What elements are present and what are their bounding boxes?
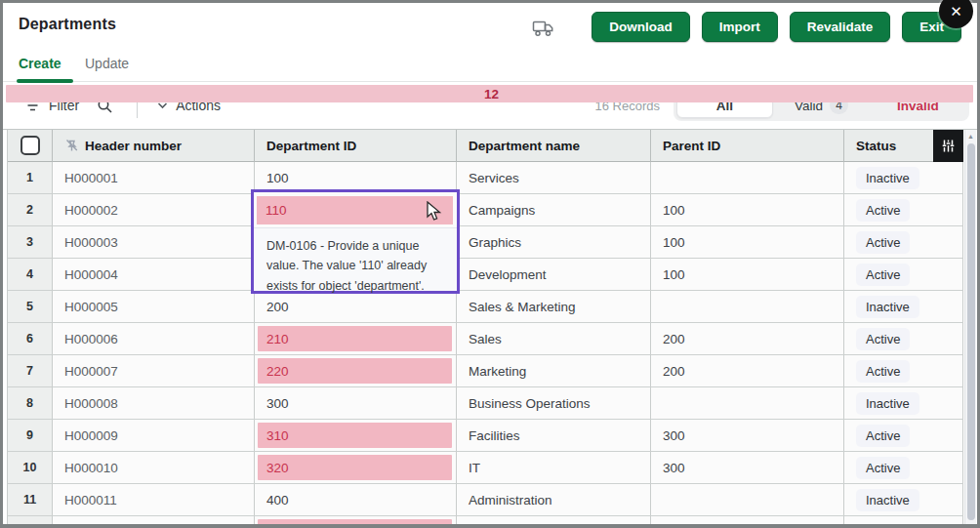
status-badge[interactable]: Inactive [856, 296, 919, 318]
cell-status[interactable]: Inactive [844, 387, 963, 420]
import-button[interactable]: Import [702, 12, 778, 42]
cell-parent-id[interactable]: 200 [651, 355, 844, 387]
cell-parent-id[interactable] [651, 484, 844, 516]
tab-update[interactable]: Update [85, 56, 129, 71]
column-header-header-number[interactable]: Header number [53, 130, 255, 162]
download-button[interactable]: Download [592, 12, 690, 42]
select-all-checkbox[interactable] [20, 136, 40, 155]
column-settings-button[interactable] [933, 130, 963, 162]
cell-header-number[interactable]: H000001 [53, 162, 255, 194]
cell-parent-id[interactable] [651, 162, 844, 194]
cell-header-number[interactable]: H000011 [53, 484, 255, 516]
cell-header-number[interactable] [53, 516, 255, 524]
cell-parent-id[interactable] [651, 291, 844, 323]
sliders-icon [941, 139, 956, 153]
cell-department-id[interactable]: 310 [255, 420, 457, 452]
row-number[interactable]: 5 [8, 291, 53, 323]
cell-department-id[interactable]: 200 [255, 291, 457, 323]
cell-department-name[interactable]: Development [457, 259, 651, 291]
cell-department-name[interactable]: Administration [457, 484, 651, 516]
status-badge[interactable]: Active [856, 360, 910, 383]
status-badge[interactable]: Active [856, 457, 910, 479]
column-header-department-name[interactable]: Department name [457, 130, 651, 162]
vertical-scrollbar[interactable]: ▲ [964, 130, 976, 524]
cell-parent-id[interactable]: 200 [651, 323, 844, 355]
status-badge[interactable]: Active [856, 425, 910, 447]
cell-department-id[interactable]: 210 [255, 323, 457, 355]
cell-department-name[interactable]: Facilities [457, 420, 651, 452]
cell-department-name[interactable]: IT [457, 452, 651, 484]
cell-department-id[interactable] [255, 516, 457, 524]
cell-parent-id[interactable]: 100 [651, 194, 844, 226]
cell-status[interactable]: Inactive [844, 162, 963, 194]
cell-status[interactable]: Active [844, 323, 963, 355]
cell-status[interactable]: Active [844, 420, 963, 452]
revalidate-button[interactable]: Revalidate [790, 12, 891, 42]
row-number[interactable]: 1 [8, 162, 53, 194]
status-badge[interactable]: Inactive [856, 392, 919, 415]
cell-parent-id[interactable]: 100 [651, 226, 844, 259]
row-number[interactable]: 8 [8, 387, 53, 420]
cell-parent-id[interactable]: 300 [651, 452, 844, 484]
status-badge[interactable]: Active [856, 231, 910, 254]
scrollbar-up-arrow[interactable]: ▲ [965, 133, 976, 140]
row-number[interactable]: 3 [8, 226, 53, 259]
status-badge[interactable]: Active [856, 199, 910, 222]
cell-department-id[interactable]: 320 [255, 452, 457, 484]
cell-parent-id[interactable] [651, 387, 844, 420]
cell-status[interactable] [844, 516, 963, 524]
cell-department-name[interactable]: Sales [457, 323, 651, 355]
cell-department-id[interactable]: 400 [255, 484, 457, 516]
cell-status[interactable]: Active [844, 194, 963, 226]
cell-department-name[interactable] [457, 516, 651, 524]
select-all-cell [8, 130, 53, 162]
cell-department-name[interactable]: Sales & Marketing [457, 291, 651, 323]
row-number[interactable]: 10 [8, 452, 53, 484]
truck-icon[interactable] [530, 15, 557, 42]
cell-status[interactable]: Active [844, 355, 963, 387]
cell-department-name[interactable]: Services [457, 162, 651, 194]
row-number[interactable]: 2 [8, 194, 53, 226]
cell-header-number[interactable]: H000004 [53, 259, 255, 291]
cell-status[interactable]: Active [844, 452, 963, 484]
row-number[interactable]: 7 [8, 355, 53, 387]
cell-header-number[interactable]: H000005 [53, 291, 255, 323]
segment-invalid[interactable]: Invalid 12 [870, 93, 966, 118]
cell-department-id-value: 200 [255, 300, 289, 314]
status-badge[interactable]: Inactive [856, 489, 919, 511]
row-number[interactable]: 4 [8, 259, 53, 291]
cell-department-name[interactable]: Marketing [457, 355, 651, 387]
row-number[interactable]: 6 [8, 323, 53, 355]
cell-department-id[interactable]: 300 [255, 387, 457, 420]
row-number[interactable]: 9 [8, 420, 53, 452]
row-number[interactable]: 11 [8, 484, 53, 516]
cell-status[interactable]: Active [844, 226, 963, 259]
cell-header-number[interactable]: H000009 [53, 420, 255, 452]
status-badge[interactable]: Inactive [856, 167, 919, 189]
row-number[interactable]: 12 [8, 516, 53, 524]
column-header-department-id[interactable]: Department ID [255, 130, 457, 162]
cell-header-number[interactable]: H000006 [53, 323, 255, 355]
cell-header-number[interactable]: H000007 [53, 355, 255, 387]
cell-parent-id[interactable]: 100 [651, 259, 844, 291]
cell-department-id[interactable]: 220 [255, 355, 457, 387]
cell-header-number[interactable]: H000002 [53, 194, 255, 226]
invalid-cell-value: 110 [265, 203, 287, 218]
tab-create[interactable]: Create [19, 56, 61, 71]
scrollbar-thumb[interactable] [967, 143, 975, 520]
status-badge[interactable]: Active [856, 264, 910, 286]
cell-department-name[interactable]: Business Operations [457, 387, 651, 420]
cell-header-number[interactable]: H000010 [53, 452, 255, 484]
cell-department-id-value: 100 [255, 171, 289, 185]
cell-status[interactable]: Inactive [844, 291, 963, 323]
cell-header-number[interactable]: H000008 [53, 387, 255, 420]
column-header-parent-id[interactable]: Parent ID [651, 130, 844, 162]
cell-status[interactable]: Active [844, 259, 963, 291]
cell-department-name[interactable]: Graphics [457, 226, 651, 259]
cell-department-name[interactable]: Campaigns [457, 194, 651, 226]
cell-header-number[interactable]: H000003 [53, 226, 255, 259]
cell-parent-id[interactable]: 300 [651, 420, 844, 452]
status-badge[interactable]: Active [856, 328, 910, 350]
cell-parent-id[interactable] [651, 516, 844, 524]
cell-status[interactable]: Inactive [844, 484, 963, 516]
